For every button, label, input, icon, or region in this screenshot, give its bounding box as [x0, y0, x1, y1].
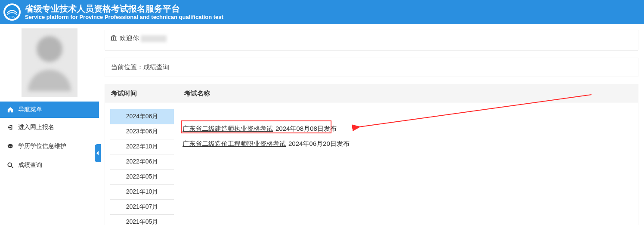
welcome-username-redacted: [141, 35, 167, 42]
header-title-en: Service platform for Province Profession…: [25, 14, 223, 21]
svg-point-2: [8, 163, 12, 166]
col-header-name: 考试名称: [178, 84, 638, 103]
exam-publish-date: 2024年06月20日发布: [288, 140, 350, 148]
exam-time-item[interactable]: 2022年10月: [110, 139, 174, 154]
nav-item-enter-registration[interactable]: 进入网上报名: [0, 118, 99, 137]
app-header: PTA 省级专业技术人员资格考试报名服务平台 Service platform …: [0, 0, 644, 24]
bank-icon: [110, 34, 117, 43]
login-icon: [6, 124, 15, 130]
exam-row: 广东省二级建造师执业资格考试2024年08月08日发布: [183, 125, 631, 133]
main-content: 欢迎你 当前位置：成绩查询 考试时间 考试名称 2024年06月2023年06月…: [99, 24, 644, 225]
nav-item-label: 进入网上报名: [18, 123, 54, 131]
graduation-cap-icon: [6, 143, 15, 149]
home-icon: [6, 107, 15, 113]
welcome-text: 欢迎你: [120, 34, 139, 43]
welcome-bar: 欢迎你: [105, 30, 638, 50]
exam-time-item[interactable]: 2022年05月: [110, 170, 174, 185]
results-panel: 考试时间 考试名称 2024年06月2023年06月2022年10月2022年0…: [105, 84, 638, 225]
nav-item-score-query[interactable]: 成绩查询: [0, 156, 99, 175]
nav-header-label: 导航菜单: [18, 106, 42, 114]
table-header-row: 考试时间 考试名称: [105, 84, 638, 103]
exam-time-item[interactable]: 2021年05月: [110, 215, 174, 225]
svg-line-3: [12, 166, 13, 168]
exam-time-list: 2024年06月2023年06月2022年10月2022年06月2022年05月…: [105, 103, 178, 225]
exam-name-list: 广东省二级建造师执业资格考试2024年08月08日发布广东省二级造价工程师职业资…: [178, 103, 638, 225]
nav-item-label: 学历学位信息维护: [18, 142, 66, 150]
svg-text:PTA: PTA: [9, 15, 15, 18]
sidebar: 导航菜单 进入网上报名 学历学位信息维护 成绩查询: [0, 24, 99, 225]
exam-time-item[interactable]: 2023年06月: [110, 124, 174, 139]
col-header-time: 考试时间: [105, 84, 178, 103]
exam-row: 广东省二级造价工程师职业资格考试2024年06月20日发布: [183, 140, 631, 148]
exam-time-item[interactable]: 2021年10月: [110, 185, 174, 200]
sidebar-collapse-handle[interactable]: [95, 144, 101, 162]
header-title-cn: 省级专业技术人员资格考试报名服务平台: [25, 3, 223, 14]
nav-item-label: 成绩查询: [18, 161, 42, 169]
exam-time-item[interactable]: 2024年06月: [110, 109, 174, 124]
exam-link[interactable]: 广东省二级造价工程师职业资格考试: [183, 140, 286, 148]
exam-time-item[interactable]: 2021年07月: [110, 200, 174, 215]
exam-publish-date: 2024年08月08日发布: [276, 125, 337, 133]
nav-item-education-maintain[interactable]: 学历学位信息维护: [0, 137, 99, 156]
nav-header: 导航菜单: [0, 102, 99, 118]
breadcrumb-text: 当前位置：成绩查询: [111, 63, 169, 71]
logo-icon: PTA: [3, 3, 21, 21]
exam-time-item[interactable]: 2022年06月: [110, 154, 174, 170]
search-icon: [6, 162, 15, 168]
exam-link[interactable]: 广东省二级建造师执业资格考试: [183, 125, 273, 133]
avatar: [0, 24, 99, 102]
breadcrumb: 当前位置：成绩查询: [105, 58, 638, 77]
